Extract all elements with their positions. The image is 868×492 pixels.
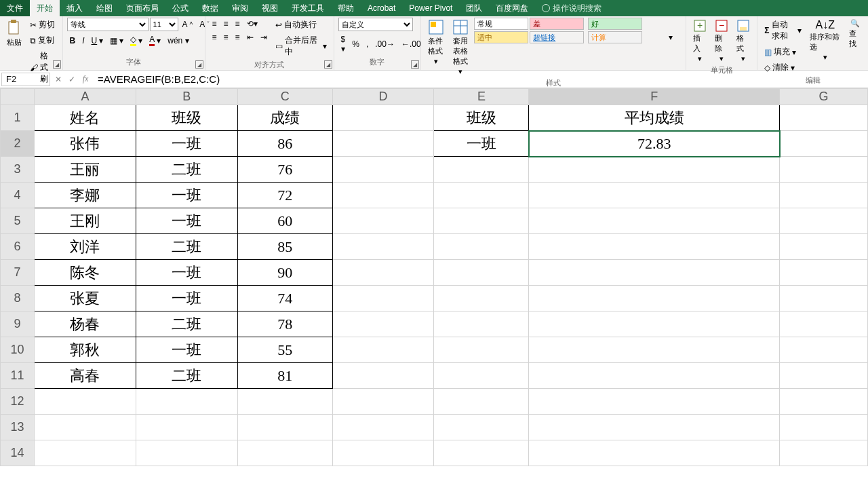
font-name-combo[interactable]: 等线	[67, 18, 149, 31]
tab-view[interactable]: 视图	[255, 0, 285, 16]
row-header-4[interactable]: 4	[1, 183, 35, 208]
cut-button[interactable]: ✂剪切	[27, 18, 58, 32]
clipboard-dialog-launcher[interactable]: ◢	[53, 60, 61, 69]
row-header-8[interactable]: 8	[1, 286, 35, 311]
col-header-D[interactable]: D	[332, 89, 434, 105]
row-header-12[interactable]: 12	[1, 389, 35, 415]
tab-home[interactable]: 开始	[30, 0, 60, 16]
col-header-E[interactable]: E	[434, 89, 529, 105]
row-header-11[interactable]: 11	[1, 363, 35, 389]
tab-baidu[interactable]: 百度网盘	[489, 0, 535, 16]
cell-E6[interactable]	[434, 234, 529, 260]
row-header-10[interactable]: 10	[1, 337, 35, 363]
font-dialog-launcher[interactable]: ◢	[195, 60, 203, 69]
cell-F8[interactable]	[529, 286, 780, 311]
cell-B13[interactable]	[136, 415, 237, 440]
cell-B12[interactable]	[136, 389, 237, 415]
style-link[interactable]: 超链接	[530, 31, 584, 43]
cell-C8[interactable]: 74	[237, 286, 332, 311]
cell-B8[interactable]: 一班	[136, 286, 237, 311]
cell-G2[interactable]	[780, 131, 868, 157]
find-select-button[interactable]: 🔍查找	[846, 18, 864, 50]
cell-C5[interactable]: 60	[237, 208, 332, 234]
cell-B5[interactable]: 一班	[136, 208, 237, 234]
paste-button[interactable]: 粘贴	[4, 18, 24, 49]
cell-C3[interactable]: 76	[237, 157, 332, 183]
indent-inc-button[interactable]: ⇥	[258, 31, 270, 43]
cell-A3[interactable]: 王丽	[34, 157, 136, 183]
cell-C10[interactable]: 55	[237, 337, 332, 363]
select-all-corner[interactable]	[1, 89, 35, 105]
sort-filter-button[interactable]: A↓Z排序和筛选▾	[807, 18, 844, 63]
col-header-A[interactable]: A	[34, 89, 136, 105]
tab-developer[interactable]: 开发工具	[285, 0, 331, 16]
clear-button[interactable]: ◇清除 ▾	[762, 60, 804, 75]
style-good[interactable]: 好	[588, 18, 642, 30]
cell-G12[interactable]	[780, 389, 868, 415]
cell-B1[interactable]: 班级	[136, 105, 237, 131]
row-header-14[interactable]: 14	[1, 440, 35, 466]
row-header-3[interactable]: 3	[1, 157, 35, 183]
align-right-button[interactable]: ≡	[233, 31, 243, 43]
align-center-button[interactable]: ≡	[221, 31, 231, 43]
cell-A9[interactable]: 杨春	[34, 311, 136, 337]
cell-G1[interactable]	[780, 105, 868, 131]
cell-B10[interactable]: 一班	[136, 337, 237, 363]
merge-center-button[interactable]: ▭合并后居中 ▾	[273, 33, 330, 59]
tab-draw[interactable]: 绘图	[90, 0, 119, 16]
cell-D6[interactable]	[332, 234, 434, 260]
col-header-B[interactable]: B	[136, 89, 237, 105]
orientation-button[interactable]: ⟲▾	[244, 18, 260, 30]
cell-E7[interactable]	[434, 260, 529, 286]
cell-C9[interactable]: 78	[237, 311, 332, 337]
tab-formulas[interactable]: 公式	[165, 0, 195, 16]
cell-C2[interactable]: 86	[237, 131, 332, 157]
cell-E13[interactable]	[434, 415, 529, 440]
cell-G4[interactable]	[780, 183, 868, 208]
cell-B7[interactable]: 一班	[136, 260, 237, 286]
tab-team[interactable]: 团队	[459, 0, 489, 16]
wrap-text-button[interactable]: ↩自动换行	[273, 18, 330, 32]
worksheet[interactable]: ABCDEFG1姓名班级成绩班级平均成绩2张伟一班86一班72.833王丽二班7…	[0, 88, 868, 466]
cell-F11[interactable]	[529, 363, 780, 389]
tab-powerpivot[interactable]: Power Pivot	[402, 0, 459, 16]
cell-A8[interactable]: 张夏	[34, 286, 136, 311]
cell-A6[interactable]: 刘洋	[34, 234, 136, 260]
cell-D8[interactable]	[332, 286, 434, 311]
font-color-button[interactable]: A▾	[146, 33, 163, 48]
cell-F13[interactable]	[529, 415, 780, 440]
cell-G7[interactable]	[780, 260, 868, 286]
cell-E5[interactable]	[434, 208, 529, 234]
row-header-5[interactable]: 5	[1, 208, 35, 234]
cell-E11[interactable]	[434, 363, 529, 389]
cell-F6[interactable]	[529, 234, 780, 260]
cell-E9[interactable]	[434, 311, 529, 337]
cell-A1[interactable]: 姓名	[34, 105, 136, 131]
alignment-dialog-launcher[interactable]: ◢	[324, 60, 332, 69]
tab-help[interactable]: 帮助	[331, 0, 361, 16]
tab-page-layout[interactable]: 页面布局	[119, 0, 165, 16]
italic-button[interactable]: I	[79, 35, 87, 47]
cell-C7[interactable]: 90	[237, 260, 332, 286]
cell-G13[interactable]	[780, 415, 868, 440]
cell-C11[interactable]: 81	[237, 363, 332, 389]
comma-button[interactable]: ,	[363, 38, 371, 50]
tab-review[interactable]: 审阅	[225, 0, 255, 16]
cell-C13[interactable]	[237, 415, 332, 440]
style-calc[interactable]: 计算	[588, 31, 642, 43]
cell-B4[interactable]: 一班	[136, 183, 237, 208]
number-format-combo[interactable]: 自定义	[338, 18, 413, 31]
cell-D5[interactable]	[332, 208, 434, 234]
font-size-combo[interactable]: 11	[150, 18, 178, 31]
col-header-G[interactable]: G	[780, 89, 868, 105]
cell-E3[interactable]	[434, 157, 529, 183]
decrease-decimal-button[interactable]: ←.00	[399, 38, 424, 50]
format-cells-button[interactable]: 格式▾	[734, 18, 753, 64]
cell-E14[interactable]	[434, 440, 529, 466]
cell-G11[interactable]	[780, 363, 868, 389]
cell-E8[interactable]	[434, 286, 529, 311]
cell-B14[interactable]	[136, 440, 237, 466]
cell-B9[interactable]: 二班	[136, 311, 237, 337]
cell-E1[interactable]: 班级	[434, 105, 529, 131]
cell-F2[interactable]: 72.83	[529, 131, 780, 157]
